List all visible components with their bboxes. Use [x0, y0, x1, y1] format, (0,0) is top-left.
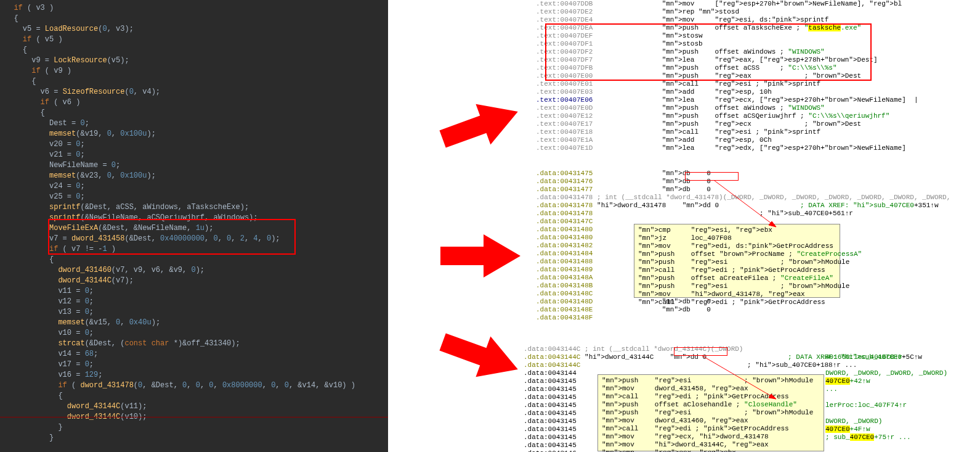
- red-arrow-icon: [428, 321, 527, 388]
- svg-marker-6: [435, 322, 525, 388]
- xref-arrow-1: [708, 181, 782, 230]
- svg-line-0: [715, 181, 776, 227]
- svg-marker-5: [440, 234, 520, 277]
- svg-line-2: [702, 356, 776, 399]
- red-arrow-icon: [428, 92, 527, 160]
- decompiled-code: if ( v3 ) { v5 = LoadResource(0, v3); if…: [5, 3, 383, 443]
- red-arrow-icon: [428, 228, 527, 284]
- disasm-text-pane: .text:00407DDB "mn">mov ["reg">esp+270h+…: [536, 0, 980, 154]
- separator-line: [0, 417, 388, 417]
- svg-marker-4: [435, 92, 525, 159]
- svg-marker-3: [769, 394, 776, 399]
- xref-arrow-2: [696, 356, 782, 402]
- xref-tooltip-1: "mn">cmp "reg">esi, "reg">ebx"mn">jz loc…: [634, 224, 840, 298]
- decompiler-pane: if ( v3 ) { v5 = LoadResource(0, v3); if…: [0, 0, 388, 452]
